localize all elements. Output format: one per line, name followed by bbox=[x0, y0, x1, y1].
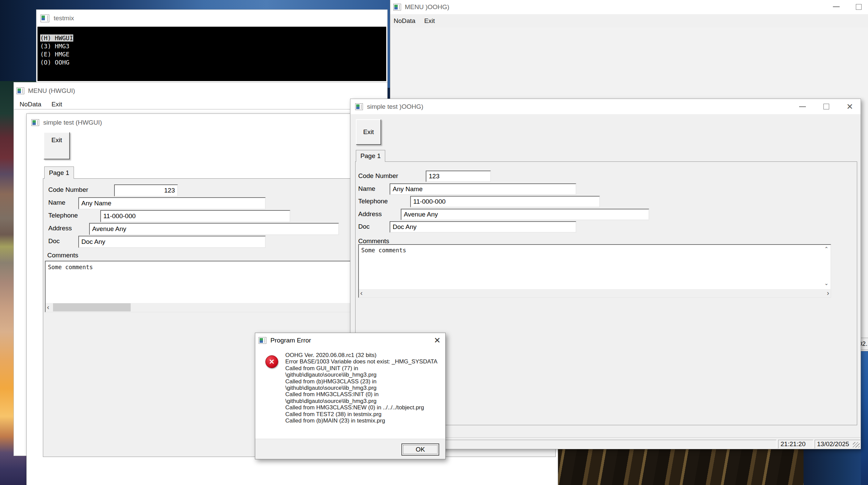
console-menu-option[interactable]: (3) HMG3 bbox=[40, 42, 386, 50]
app-icon bbox=[259, 337, 266, 344]
field-label: Doc bbox=[48, 237, 60, 245]
console-output: (H) HWGUI (3) HMG3 (E) HMGE (O) OOHG bbox=[37, 27, 386, 81]
dialog-title: Program Error bbox=[270, 337, 311, 344]
window-title: MENU )OOHG) bbox=[405, 3, 449, 11]
window-title: simple test )OOHG) bbox=[367, 103, 423, 110]
menu-item-nodata[interactable]: NoData bbox=[394, 17, 415, 25]
error-message: OOHG Ver. 2020.06.08.rc1 (32 bits) Error… bbox=[285, 352, 438, 424]
exit-button[interactable]: Exit bbox=[356, 119, 381, 145]
app-icon bbox=[17, 87, 24, 94]
comments-text: Some comments bbox=[48, 264, 93, 271]
error-icon: ✕ bbox=[265, 355, 278, 368]
close-button[interactable]: ✕ bbox=[842, 99, 857, 114]
window-title: MENU (HWGUI) bbox=[28, 87, 75, 95]
doc-field[interactable]: Doc Any bbox=[390, 221, 576, 233]
error-button-strip: OK bbox=[255, 439, 445, 459]
tab-page-1[interactable]: Page 1 bbox=[356, 150, 385, 162]
exit-button[interactable]: Exit bbox=[44, 132, 70, 159]
horizontal-scrollbar[interactable]: ‹ › bbox=[359, 289, 831, 297]
comments-textarea[interactable]: Some comments ⌃ ⌄ ‹ › bbox=[358, 244, 831, 298]
field-label: Address bbox=[358, 210, 382, 218]
maximize-button[interactable] bbox=[851, 0, 866, 14]
status-panel-time: 21:21:20 bbox=[778, 440, 813, 449]
doc-field[interactable]: Doc Any bbox=[78, 236, 266, 248]
comments-label: Comments bbox=[47, 252, 78, 259]
scroll-left-icon[interactable]: ‹ bbox=[360, 289, 363, 296]
console-menu-option[interactable]: (O) OOHG bbox=[40, 58, 386, 67]
telephone-field[interactable]: 11-000-000 bbox=[410, 196, 600, 207]
wallpaper-sea-sliver bbox=[861, 349, 868, 485]
field-label: Telephone bbox=[48, 212, 78, 219]
scroll-right-icon[interactable]: › bbox=[827, 289, 829, 296]
status-panel-date: 13/02/2025 bbox=[815, 440, 861, 449]
menu-hwgui-menubar: NoData Exit bbox=[14, 99, 387, 109]
scroll-up-icon[interactable]: ⌃ bbox=[824, 246, 828, 251]
tab-page-1[interactable]: Page 1 bbox=[44, 167, 74, 179]
field-label: Doc bbox=[358, 223, 370, 230]
maximize-button[interactable] bbox=[819, 99, 834, 114]
scroll-left-icon[interactable]: ‹ bbox=[47, 303, 49, 310]
window-title: testmix bbox=[54, 15, 74, 22]
error-titlebar[interactable]: Program Error ✕ bbox=[255, 333, 445, 348]
desktop: MENU )OOHG) NoData Exit 02. testmix (H) … bbox=[0, 0, 868, 485]
console-menu-option[interactable]: (H) HWGUI bbox=[40, 34, 386, 42]
address-field[interactable]: Avenue Any bbox=[401, 209, 649, 220]
name-field[interactable]: Any Name bbox=[78, 197, 266, 209]
window-title: simple test (HWGUI) bbox=[43, 119, 102, 126]
menu-item-exit[interactable]: Exit bbox=[424, 17, 435, 25]
oohg-titlebar[interactable]: simple test )OOHG) ✕ bbox=[350, 99, 861, 114]
field-label: Code Number bbox=[358, 172, 398, 180]
minimize-button[interactable] bbox=[829, 0, 844, 14]
scrollbar-thumb[interactable] bbox=[53, 303, 131, 311]
dialog-program-error: Program Error ✕ ✕ OOHG Ver. 2020.06.08.r… bbox=[255, 333, 446, 459]
field-label: Name bbox=[48, 199, 65, 206]
console-menu-option[interactable]: (E) HMGE bbox=[40, 50, 386, 58]
wallpaper-sea bbox=[804, 449, 868, 485]
ok-button[interactable]: OK bbox=[401, 443, 439, 456]
app-icon bbox=[393, 4, 401, 10]
comments-text: Some comments bbox=[361, 247, 406, 254]
app-icon bbox=[31, 119, 39, 126]
name-field[interactable]: Any Name bbox=[390, 183, 576, 195]
menu-oohg-titlebar[interactable]: MENU )OOHG) bbox=[390, 0, 868, 14]
app-icon bbox=[41, 15, 49, 22]
field-label: Name bbox=[358, 185, 375, 193]
scroll-down-icon[interactable]: ⌄ bbox=[824, 281, 828, 286]
code-number-field[interactable]: 123 bbox=[426, 171, 491, 182]
resize-grip[interactable] bbox=[853, 442, 860, 448]
menu-hwgui-titlebar[interactable]: MENU (HWGUI) bbox=[14, 82, 387, 99]
code-number-field[interactable]: 123 bbox=[114, 184, 178, 197]
menu-item-nodata[interactable]: NoData bbox=[20, 101, 41, 108]
close-button[interactable]: ✕ bbox=[430, 333, 445, 348]
comments-label: Comments bbox=[358, 237, 389, 245]
window-console-testmix: testmix (H) HWGUI (3) HMG3 (E) HMGE (O) … bbox=[36, 9, 388, 82]
field-label: Telephone bbox=[358, 198, 388, 205]
menu-oohg-menubar: NoData Exit bbox=[390, 14, 868, 28]
menu-item-exit[interactable]: Exit bbox=[51, 101, 62, 108]
minimize-button[interactable] bbox=[795, 99, 810, 114]
app-icon bbox=[355, 103, 363, 110]
telephone-field[interactable]: 11-000-000 bbox=[100, 210, 290, 222]
field-label: Code Number bbox=[48, 186, 88, 194]
address-field[interactable]: Avenue Any bbox=[89, 223, 339, 235]
console-titlebar[interactable]: testmix bbox=[36, 10, 387, 27]
field-label: Address bbox=[48, 225, 72, 232]
